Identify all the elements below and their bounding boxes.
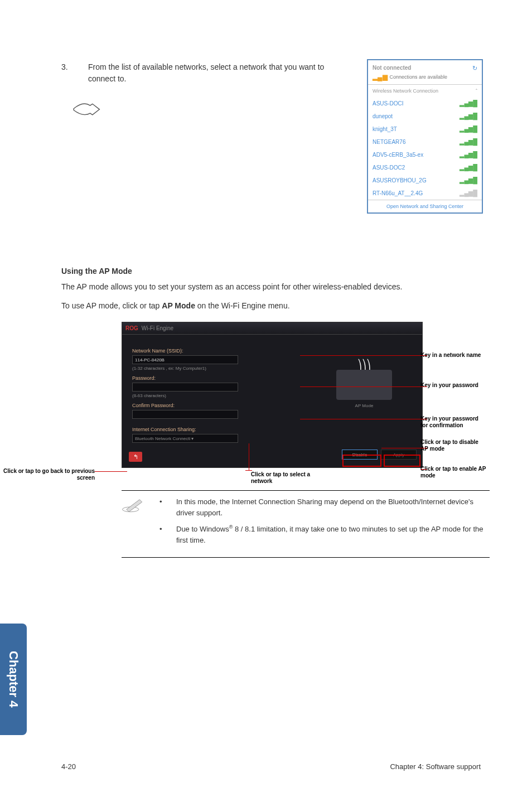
wifi-icon: ⎞⎞⎞ bbox=[357, 359, 371, 370]
wifi-network-item[interactable]: RT-N66u_AT__2.4G▂▄▆█ bbox=[368, 187, 482, 200]
ap-mode-para2: To use AP mode, click or tap AP Mode on … bbox=[61, 300, 482, 312]
not-connected-label: Not connected bbox=[373, 65, 447, 71]
signal-bars-icon: ▂▄▆█ bbox=[460, 164, 477, 171]
network-name-input[interactable]: 114-PC-8420B bbox=[132, 355, 238, 364]
signal-bars-icon: ▂▄▆█ bbox=[460, 177, 477, 184]
signal-bars-icon: ▂▄▆█ bbox=[460, 151, 477, 158]
wifi-network-item[interactable]: knight_3T▂▄▆█ bbox=[368, 123, 482, 136]
annot-netname: Key in a network name bbox=[420, 352, 487, 359]
open-network-center-link[interactable]: Open Network and Sharing Center bbox=[368, 200, 482, 212]
signal-bars-icon: ▂▄▆█ bbox=[460, 113, 477, 120]
connections-available: Connections are available bbox=[390, 74, 448, 80]
annot-enable: Click or tap to enable AP mode bbox=[420, 466, 487, 479]
wifi-network-item[interactable]: dunepot▂▄▆█ bbox=[368, 110, 482, 123]
refresh-icon[interactable]: ↻ bbox=[472, 65, 477, 72]
ics-label: Internet Connection Sharing: bbox=[132, 427, 304, 432]
note-box: • In this mode, the Internet Connection … bbox=[122, 490, 490, 557]
pen-icon bbox=[122, 496, 146, 516]
annot-confirm: Key in your password for confirmation bbox=[420, 416, 487, 429]
ap-mode-caption: AP Mode bbox=[355, 403, 374, 408]
rog-logo-text: ROG bbox=[125, 325, 138, 331]
back-button[interactable]: ↰ bbox=[129, 452, 142, 462]
annot-select-network: Click or tap to select a network bbox=[251, 471, 323, 485]
step-number: 3. bbox=[61, 61, 72, 73]
note-item-1: • In this mode, the Internet Connection … bbox=[159, 496, 490, 518]
wifi-network-item[interactable]: ASUSROYBHOU_2G▂▄▆█ bbox=[368, 174, 482, 187]
password-hint: (8-63 characters) bbox=[132, 393, 304, 398]
annot-password: Key in your password bbox=[420, 382, 487, 389]
password-label: Password: bbox=[132, 375, 304, 381]
router-image bbox=[336, 370, 392, 400]
wifi-networks-popup: Not connected ▂▄▆ Connections are availa… bbox=[367, 59, 483, 214]
ap-figure: ROG Wi-Fi Engine Network Name (SSID): 11… bbox=[61, 322, 482, 468]
footer-chapter-title: Chapter 4: Software support bbox=[390, 762, 481, 771]
network-name-label: Network Name (SSID): bbox=[132, 348, 304, 354]
note-item-2: • Due to Windows® 8 / 8.1 limitation, it… bbox=[159, 524, 490, 545]
wifi-network-item[interactable]: ASUS-DOCI▂▄▆█ bbox=[368, 97, 482, 110]
signal-bars-icon: ▂▄▆█ bbox=[460, 190, 477, 197]
signal-bars-icon: ▂▄▆█ bbox=[460, 125, 477, 133]
signal-bars-icon: ▂▄▆█ bbox=[460, 100, 477, 107]
step-text: From the list of available networks, sel… bbox=[88, 61, 345, 85]
wifi-network-item[interactable]: ASUS-DOC2▂▄▆█ bbox=[368, 161, 482, 174]
ap-title-bar: ROG Wi-Fi Engine bbox=[122, 322, 422, 335]
password-input[interactable] bbox=[132, 383, 238, 392]
ap-window: ROG Wi-Fi Engine Network Name (SSID): 11… bbox=[122, 322, 423, 468]
wireless-section-title: Wireless Network Connection bbox=[373, 88, 438, 94]
ap-mode-heading: Using the AP Mode bbox=[61, 267, 482, 276]
signal-bars-icon: ▂▄▆█ bbox=[460, 138, 477, 146]
signal-icon: ▂▄▆ bbox=[373, 73, 388, 81]
annot-disable: Click or tap to disable AP mode bbox=[420, 439, 487, 452]
confirm-password-label: Confirm Password: bbox=[132, 403, 304, 408]
network-name-hint: (1-32 characters , ex: My Computer1) bbox=[132, 366, 304, 371]
annot-go-back: Click or tap to go back to previous scre… bbox=[0, 468, 95, 481]
page-number: 4-20 bbox=[61, 762, 76, 771]
ics-dropdown[interactable]: Bluetooth Network Connecti ▾ bbox=[132, 434, 238, 443]
wifi-network-item[interactable]: NETGEAR76▂▄▆█ bbox=[368, 136, 482, 148]
chapter-side-tab: Chapter 4 bbox=[0, 624, 27, 735]
window-title: Wi-Fi Engine bbox=[142, 325, 173, 331]
ap-mode-para1: The AP mode allows you to set your syste… bbox=[61, 281, 482, 293]
collapse-caret-icon[interactable]: ˆ bbox=[476, 88, 477, 94]
wifi-network-item[interactable]: ADV5-cERB_3a5-ex▂▄▆█ bbox=[368, 148, 482, 161]
confirm-password-input[interactable] bbox=[132, 410, 238, 419]
